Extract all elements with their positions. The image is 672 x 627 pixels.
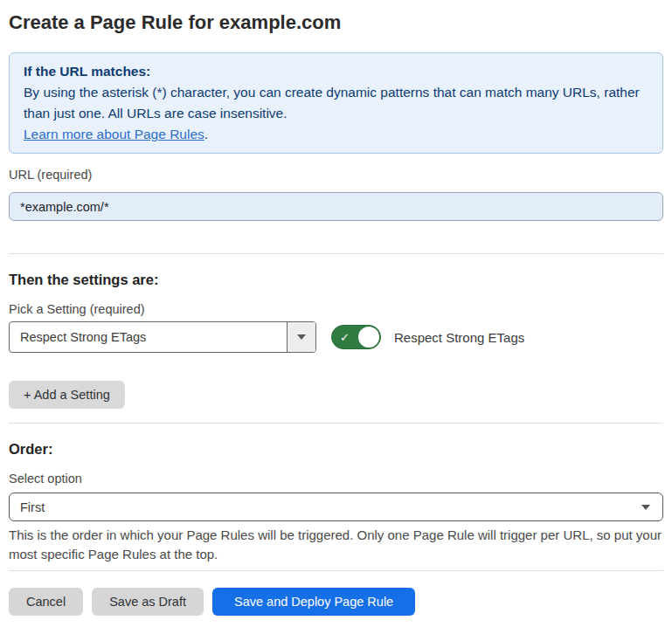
url-input[interactable] bbox=[9, 192, 663, 221]
pick-setting-label: Pick a Setting (required) bbox=[9, 302, 663, 316]
order-help-text: This is the order in which your Page Rul… bbox=[9, 526, 663, 564]
check-icon: ✓ bbox=[340, 332, 350, 343]
toggle-group: ✓ Respect Strong ETags bbox=[331, 325, 524, 349]
chevron-down-icon bbox=[641, 505, 650, 510]
footer-actions: Cancel Save as Draft Save and Deploy Pag… bbox=[9, 588, 663, 616]
order-select[interactable]: First bbox=[9, 493, 663, 521]
setting-select-value: Respect Strong ETags bbox=[10, 322, 287, 352]
respect-strong-etags-toggle[interactable]: ✓ bbox=[331, 325, 381, 349]
page-title: Create a Page Rule for example.com bbox=[9, 11, 663, 34]
section-divider bbox=[9, 423, 663, 424]
save-as-draft-button[interactable]: Save as Draft bbox=[92, 588, 204, 616]
create-page-rule-panel: Create a Page Rule for example.com If th… bbox=[0, 0, 672, 627]
cancel-button[interactable]: Cancel bbox=[9, 588, 83, 616]
footer-divider bbox=[9, 570, 663, 571]
section-divider bbox=[9, 253, 663, 254]
settings-section-heading: Then the settings are: bbox=[9, 272, 663, 288]
url-field-label: URL (required) bbox=[9, 168, 663, 182]
info-box-body: By using the asterisk (*) character, you… bbox=[24, 82, 648, 124]
setting-row: Respect Strong ETags ✓ Respect Strong ET… bbox=[9, 321, 663, 353]
order-section-heading: Order: bbox=[9, 441, 663, 458]
learn-more-link[interactable]: Learn more about Page Rules bbox=[24, 127, 204, 141]
add-setting-button[interactable]: + Add a Setting bbox=[9, 381, 125, 409]
toggle-knob bbox=[358, 327, 379, 348]
link-suffix: . bbox=[204, 127, 208, 141]
toggle-label: Respect Strong ETags bbox=[394, 330, 524, 345]
url-matches-info-box: If the URL matches: By using the asteris… bbox=[9, 52, 663, 154]
setting-select[interactable]: Respect Strong ETags bbox=[9, 321, 316, 353]
info-box-heading: If the URL matches: bbox=[24, 61, 648, 82]
order-select-value: First bbox=[20, 500, 45, 514]
select-option-label: Select option bbox=[9, 472, 663, 486]
chevron-down-icon bbox=[287, 322, 315, 352]
save-and-deploy-button[interactable]: Save and Deploy Page Rule bbox=[212, 588, 415, 616]
info-box-link-line: Learn more about Page Rules. bbox=[24, 124, 648, 145]
